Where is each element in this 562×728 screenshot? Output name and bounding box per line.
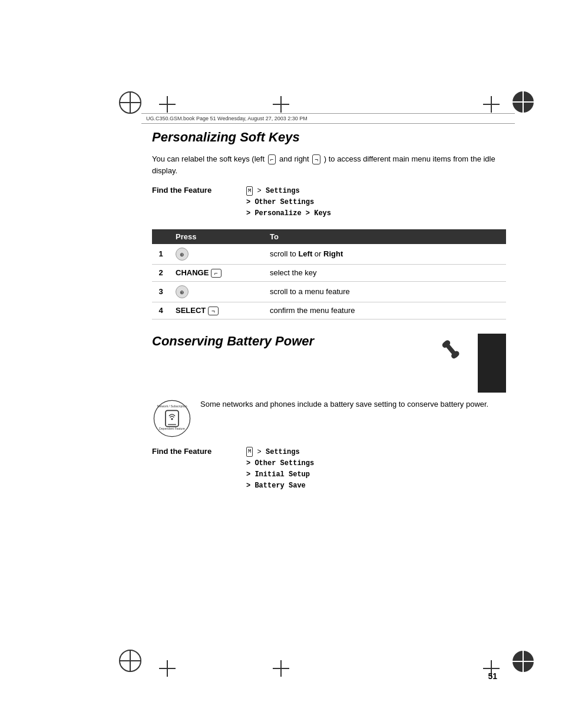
step-to: scroll to Left or Right (264, 244, 506, 265)
change-softkey-icon: ⌐ (211, 269, 222, 278)
reg-mark-top-right (513, 91, 534, 113)
dark-block-decor (478, 334, 506, 393)
find-feature-1: Find the Feature M > Settings > Other Se… (152, 186, 506, 220)
table-body: 1 ⊕ scroll to Left or Right 2 CHANGE ⌐ s… (152, 244, 506, 319)
network-badge: Network / Subscription Dependent Feature (152, 398, 192, 439)
step-num: 2 (152, 264, 170, 281)
step-to: scroll to a menu feature (264, 281, 506, 302)
section2-title: Conserving Battery Power (152, 334, 427, 349)
section2-body-row: Network / Subscription Dependent Feature… (152, 398, 506, 439)
step-num: 1 (152, 244, 170, 265)
ruler-text: UG.C350.GSM.book Page 51 Wednesday, Augu… (146, 116, 308, 121)
crosshair-top-left (159, 96, 176, 113)
section2-title-block: Conserving Battery Power (152, 334, 427, 357)
crosshair-top-center (273, 96, 289, 113)
step-to: select the key (264, 264, 506, 281)
network-badge-svg: Network / Subscription Dependent Feature (152, 398, 192, 439)
nav-key-icon-2: ⊕ (176, 285, 189, 298)
table-row: 1 ⊕ scroll to Left or Right (152, 244, 506, 265)
path-line2: > Other Settings (246, 197, 331, 208)
path-line3: > Personalize > Keys (246, 208, 331, 219)
section2-header: Conserving Battery Power (152, 334, 506, 393)
menu-icon-1: M (246, 186, 253, 196)
svg-text:Network / Subscription: Network / Subscription (157, 404, 187, 408)
path2-line3: > Initial Setup (246, 469, 314, 480)
table-row: 2 CHANGE ⌐ select the key (152, 264, 506, 281)
table-row: 4 SELECT ¬ confirm the menu feature (152, 302, 506, 319)
crosshair-bottom-left (159, 660, 176, 677)
table-header: Press To (152, 229, 506, 244)
svg-text:Dependent Feature: Dependent Feature (159, 426, 185, 430)
path2-line1: M > Settings (246, 447, 314, 458)
ruler-bar: UG.C350.GSM.book Page 51 Wednesday, Augu… (141, 113, 515, 124)
find-feature-path-2: M > Settings > Other Settings > Initial … (246, 447, 314, 492)
body-text-part1: You can relabel the soft keys (left (152, 154, 267, 163)
right-softkey-icon: ¬ (312, 154, 320, 164)
crosshair-bottom-center (273, 660, 289, 677)
wrench-svg (436, 335, 468, 367)
step-to: confirm the menu feature (264, 302, 506, 319)
reg-mark-bottom-right (513, 651, 534, 672)
step-num: 3 (152, 281, 170, 302)
col-to-header: To (264, 229, 506, 244)
step-press: ⊕ (170, 281, 264, 302)
section1-title: Personalizing Soft Keys (152, 130, 506, 145)
reg-mark-bottom-left (119, 650, 141, 672)
select-softkey-icon: ¬ (208, 307, 219, 315)
table-row: 3 ⊕ scroll to a menu feature (152, 281, 506, 302)
section2-body: Some networks and phones include a batte… (200, 398, 506, 410)
section1-body: You can relabel the soft keys (left ⌐ an… (152, 153, 506, 176)
find-feature-2: Find the Feature M > Settings > Other Se… (152, 447, 506, 492)
find-feature-label-1: Find the Feature (152, 186, 246, 195)
find-feature-path-1: M > Settings > Other Settings > Personal… (246, 186, 331, 220)
nav-key-icon: ⊕ (176, 248, 189, 261)
section2: Conserving Battery Power (152, 334, 506, 492)
path-line1: M > Settings (246, 186, 331, 197)
col-press-header: Press (170, 229, 264, 244)
find-feature-label-2: Find the Feature (152, 447, 246, 456)
path2-line2: > Other Settings (246, 458, 314, 469)
page: UG.C350.GSM.book Page 51 Wednesday, Augu… (0, 0, 562, 728)
reg-mark-top-left (119, 91, 141, 114)
menu-icon-2: M (246, 447, 253, 456)
svg-point-8 (171, 418, 173, 420)
crosshair-top-right (483, 96, 500, 113)
step-press: CHANGE ⌐ (170, 264, 264, 281)
main-content: Personalizing Soft Keys You can relabel … (152, 130, 506, 657)
step-num: 4 (152, 302, 170, 319)
body-text-part2: and right (279, 154, 311, 163)
path2-line4: > Battery Save (246, 480, 314, 492)
col-num-header (152, 229, 170, 244)
left-softkey-icon: ⌐ (268, 154, 276, 164)
step-press: ⊕ (170, 244, 264, 265)
wrench-icon (436, 335, 468, 367)
step-press: SELECT ¬ (170, 302, 264, 319)
page-number: 51 (488, 671, 497, 681)
steps-table: Press To 1 ⊕ scroll to Left or Right 2 C… (152, 229, 506, 319)
